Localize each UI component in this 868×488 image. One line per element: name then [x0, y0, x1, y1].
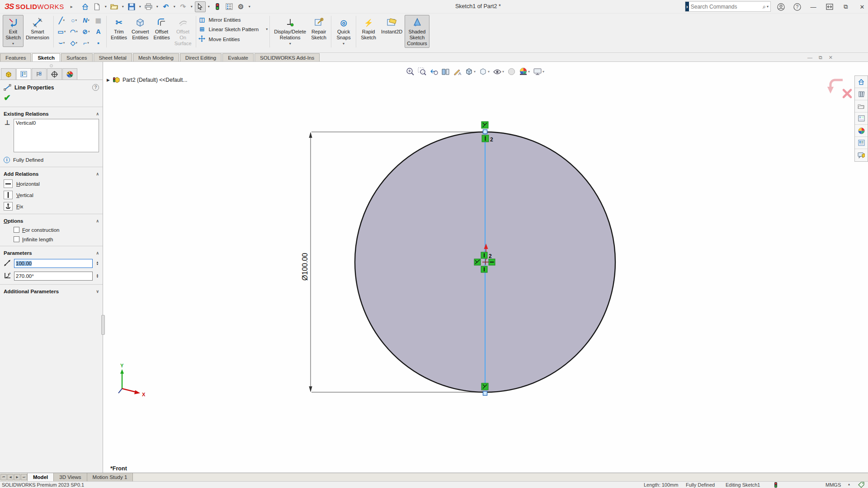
additional-parameters-header[interactable]: Additional Parameters ∨: [0, 286, 103, 296]
rapid-sketch-button[interactable]: ⚡ Rapid Sketch: [358, 15, 379, 42]
next-tab-button[interactable]: ▶: [14, 474, 20, 480]
open-caret-icon[interactable]: ▾: [121, 5, 125, 9]
diameter-dimension-label[interactable]: Ø100.00: [301, 253, 309, 281]
repair-sketch-button[interactable]: Repair Sketch: [308, 15, 329, 42]
apply-scene-button[interactable]: ▾: [518, 66, 531, 77]
linear-pattern-caret-icon[interactable]: ▾: [266, 27, 268, 31]
motion-study-tab[interactable]: Motion Study 1: [87, 473, 133, 481]
display-delete-caret-icon[interactable]: ▾: [289, 42, 291, 46]
hide-show-items-button[interactable]: ▾: [492, 67, 505, 76]
spin-down-icon[interactable]: ▼: [95, 263, 100, 266]
tab-mesh-modeling[interactable]: Mesh Modeling: [133, 53, 179, 61]
graphics-area[interactable]: Ø100.00 2 2: [103, 62, 868, 473]
select-caret-icon[interactable]: ▾: [207, 5, 211, 9]
arc-caret-icon[interactable]: ▾: [76, 30, 78, 33]
text-tool-button[interactable]: A: [92, 28, 104, 35]
taskpane-custom-properties-button[interactable]: [855, 137, 868, 149]
tab-display-manager[interactable]: [62, 68, 77, 80]
taskpane-file-explorer-button[interactable]: [855, 100, 868, 113]
line-caret-icon[interactable]: ▾: [63, 19, 65, 22]
last-tab-button[interactable]: ⏭: [21, 474, 27, 480]
tab-sheet-metal[interactable]: Sheet Metal: [94, 53, 132, 61]
polygon-caret-icon[interactable]: ▾: [76, 41, 78, 45]
endpoint-handle-bottom[interactable]: [483, 391, 487, 395]
collapse-chevron-icon[interactable]: ∧: [96, 219, 99, 223]
open-button[interactable]: [109, 1, 120, 12]
units-caret-icon[interactable]: ▴: [848, 482, 850, 486]
tab-configuration-manager[interactable]: [32, 68, 47, 80]
select-tool-button[interactable]: [195, 1, 206, 12]
tab-dimxpert-manager[interactable]: [47, 68, 62, 80]
exit-sketch-caret-icon[interactable]: ▾: [12, 42, 14, 46]
sketch-plane-button[interactable]: ▦: [92, 17, 104, 24]
length-spinner[interactable]: ▲▼: [95, 261, 100, 266]
existing-relations-header[interactable]: Existing Relations ∧: [0, 109, 103, 118]
search-icon[interactable]: ⌕: [763, 3, 766, 10]
options-list-button[interactable]: [224, 1, 235, 12]
rectangle-caret-icon[interactable]: ▾: [64, 30, 66, 33]
previous-view-button[interactable]: [429, 66, 439, 77]
parameters-header[interactable]: Parameters ∧: [0, 248, 103, 257]
taskpane-forum-button[interactable]: [855, 149, 868, 161]
search-input[interactable]: [689, 4, 763, 10]
fillet-tool-button[interactable]: ⌐▾: [80, 39, 92, 47]
instant2d-button[interactable]: Instant2D: [379, 15, 405, 36]
ok-check-icon[interactable]: ✔: [0, 93, 103, 105]
for-construction-checkbox[interactable]: [14, 227, 19, 233]
rectangle-tool-button[interactable]: ▭▾: [56, 28, 68, 35]
prev-tab-button[interactable]: ◀: [7, 474, 14, 480]
doc-close-icon[interactable]: ✕: [829, 55, 833, 61]
taskpane-design-library-button[interactable]: [855, 88, 868, 100]
home-button[interactable]: [80, 1, 91, 12]
tag-icon[interactable]: [858, 482, 865, 488]
add-relations-header[interactable]: Add Relations ∧: [0, 169, 103, 178]
tab-surfaces[interactable]: Surfaces: [61, 53, 92, 61]
model-tab[interactable]: Model: [27, 473, 54, 481]
user-account-button[interactable]: [774, 1, 788, 13]
ellipse-tool-button[interactable]: ⊘▾: [80, 28, 92, 35]
tab-evaluate[interactable]: Evaluate: [222, 53, 254, 61]
spline-caret-icon[interactable]: ▾: [88, 19, 90, 22]
annotation-view-button[interactable]: A: [452, 66, 462, 77]
shaded-sketch-contours-button[interactable]: Shaded Sketch Contours: [405, 15, 429, 48]
infinite-length-option[interactable]: Infinite length: [0, 235, 103, 244]
new-caret-icon[interactable]: ▾: [104, 5, 108, 9]
performance-button[interactable]: [212, 1, 223, 12]
cancel-sketch-icon[interactable]: [844, 90, 851, 97]
status-performance-icon[interactable]: [774, 482, 778, 488]
redo-button[interactable]: ↷: [178, 1, 189, 12]
save-caret-icon[interactable]: ▾: [138, 5, 142, 9]
collapse-chevron-icon[interactable]: ∧: [96, 112, 99, 116]
print-caret-icon[interactable]: ▾: [155, 5, 160, 9]
zoom-to-area-button[interactable]: [417, 66, 427, 77]
edit-appearance-button[interactable]: [506, 66, 517, 77]
view-settings-button[interactable]: ▾: [532, 67, 545, 76]
panel-help-icon[interactable]: ?: [92, 84, 99, 91]
quick-snaps-caret-icon[interactable]: ▾: [343, 42, 344, 46]
relations-listbox[interactable]: Vertical0: [14, 119, 99, 152]
expand-button[interactable]: [823, 1, 836, 13]
feature-tree-root[interactable]: ▶ Part2 (Default) <<Default...: [107, 76, 187, 83]
apply-scene-caret-icon[interactable]: ▾: [528, 70, 530, 74]
display-style-button[interactable]: ▾: [478, 66, 491, 77]
spin-down-icon[interactable]: ▼: [95, 276, 100, 278]
spline-tool-button[interactable]: N▾: [80, 17, 92, 24]
3d-views-tab[interactable]: 3D Views: [54, 473, 87, 481]
minimize-button[interactable]: —: [807, 1, 820, 13]
tab-property-manager[interactable]: [16, 68, 31, 80]
menu-expand-icon[interactable]: ▸: [71, 4, 73, 9]
options-header[interactable]: Options ∧: [0, 216, 103, 225]
ellipse-caret-icon[interactable]: ▾: [88, 30, 90, 33]
fillet-caret-icon[interactable]: ▾: [87, 41, 89, 45]
arc-tool-button[interactable]: ◠▾: [68, 28, 80, 35]
sketch-canvas[interactable]: Ø100.00 2 2: [103, 62, 868, 473]
tree-expand-icon[interactable]: ▶: [107, 78, 110, 82]
close-button[interactable]: ✕: [855, 1, 868, 13]
exit-sketch-button[interactable]: Exit Sketch ▾: [3, 15, 24, 47]
section-view-button[interactable]: [440, 66, 451, 77]
taskpane-view-palette-button[interactable]: [855, 113, 868, 125]
endpoint-handle-top[interactable]: [483, 130, 487, 134]
panel-splitter-handle[interactable]: [101, 315, 105, 335]
tab-features[interactable]: Features: [0, 53, 31, 61]
tab-solidworks-addins[interactable]: SOLIDWORKS Add-Ins: [255, 53, 320, 61]
